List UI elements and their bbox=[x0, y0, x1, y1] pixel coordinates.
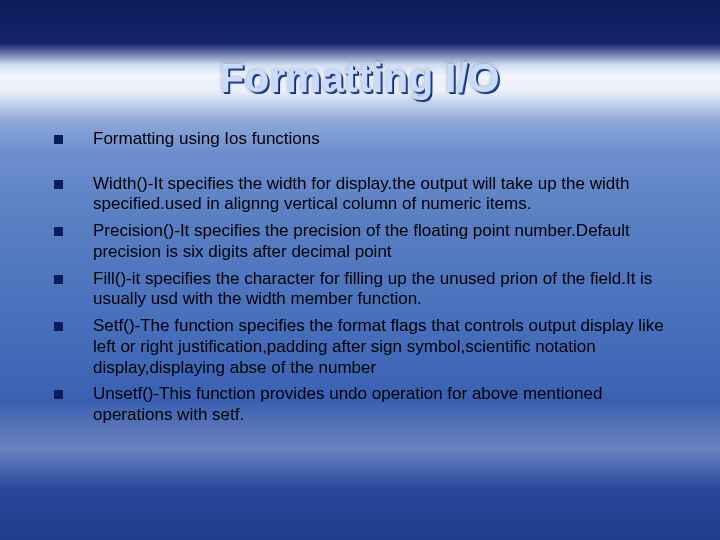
bullet-icon bbox=[54, 135, 63, 144]
slide: Formatting I/O Formatting using Ios func… bbox=[0, 0, 720, 540]
bullet-icon bbox=[54, 180, 63, 189]
bullet-text: Precision()-It specifies the precision o… bbox=[93, 221, 666, 262]
bullet-lead: Formatting using Ios functions bbox=[54, 129, 666, 150]
bullet-item: Precision()-It specifies the precision o… bbox=[54, 221, 666, 262]
bullet-text: Width()-It specifies the width for displ… bbox=[93, 174, 666, 215]
slide-title: Formatting I/O bbox=[0, 0, 720, 101]
bullet-icon bbox=[54, 390, 63, 399]
bullet-text: Formatting using Ios functions bbox=[93, 129, 666, 150]
bullet-item: Fill()-it specifies the character for fi… bbox=[54, 269, 666, 310]
bullet-text: Setf()-The function specifies the format… bbox=[93, 316, 666, 378]
bullet-item: Setf()-The function specifies the format… bbox=[54, 316, 666, 378]
bullet-text: Unsetf()-This function provides undo ope… bbox=[93, 384, 666, 425]
bullet-text: Fill()-it specifies the character for fi… bbox=[93, 269, 666, 310]
bullet-item: Width()-It specifies the width for displ… bbox=[54, 174, 666, 215]
slide-content: Formatting using Ios functions Width()-I… bbox=[0, 101, 720, 426]
bullet-item: Unsetf()-This function provides undo ope… bbox=[54, 384, 666, 425]
bullet-icon bbox=[54, 227, 63, 236]
bullet-icon bbox=[54, 275, 63, 284]
bullet-icon bbox=[54, 322, 63, 331]
